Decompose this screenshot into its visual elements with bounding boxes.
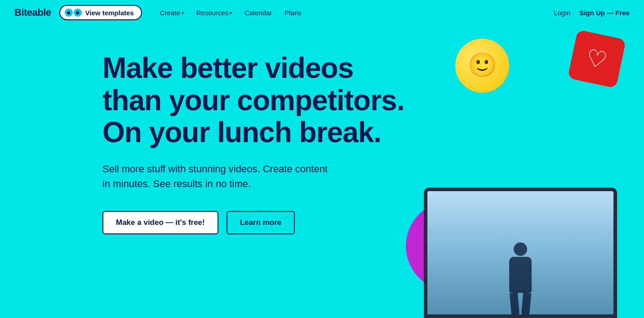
hero-subtext: Sell more stuff with stunning videos. Cr… [102, 161, 336, 191]
heart-icon: ♡ [584, 44, 610, 74]
hero-headline: Make better videos than your competitors… [102, 52, 417, 149]
purple-arc-decoration [389, 184, 512, 307]
laptop-screen-content [427, 191, 613, 314]
red-stripe-decoration [424, 227, 455, 282]
view-templates-button[interactable]: View templates [59, 5, 142, 20]
view-templates-label: View templates [85, 9, 134, 17]
chevron-down-icon: ▾ [182, 10, 184, 15]
brand-logo[interactable]: Biteable [14, 7, 51, 18]
smiley-face-icon: 🙂 [468, 53, 497, 76]
navbar: Biteable View templates Create ▾ Resourc… [0, 0, 644, 25]
smiley-ball-decoration: 🙂 [455, 39, 509, 93]
eyes-icon [65, 9, 82, 17]
hero-section: Make better videos than your competitors… [0, 25, 644, 318]
heart-card-decoration: ♡ [568, 30, 626, 88]
laptop-screen [424, 188, 617, 318]
nav-links: Create ▾ Resources ▾ Calendar Plans [155, 6, 307, 19]
laptop-decoration [424, 188, 617, 318]
nav-calendar[interactable]: Calendar [239, 6, 277, 19]
nav-right: Login Sign Up — Free [554, 9, 630, 17]
cta-secondary-button[interactable]: Learn more [227, 211, 295, 234]
hero-buttons: Make a video — it's free! Learn more [102, 211, 644, 234]
signup-button[interactable]: Sign Up — Free [579, 9, 630, 17]
chevron-down-icon: ▾ [230, 10, 232, 15]
nav-create[interactable]: Create ▾ [155, 6, 189, 19]
nav-plans[interactable]: Plans [279, 6, 307, 19]
eye-left [65, 9, 73, 17]
eye-right [74, 9, 82, 17]
cta-primary-button[interactable]: Make a video — it's free! [102, 211, 218, 234]
login-link[interactable]: Login [554, 9, 571, 17]
nav-resources[interactable]: Resources ▾ [191, 6, 238, 19]
